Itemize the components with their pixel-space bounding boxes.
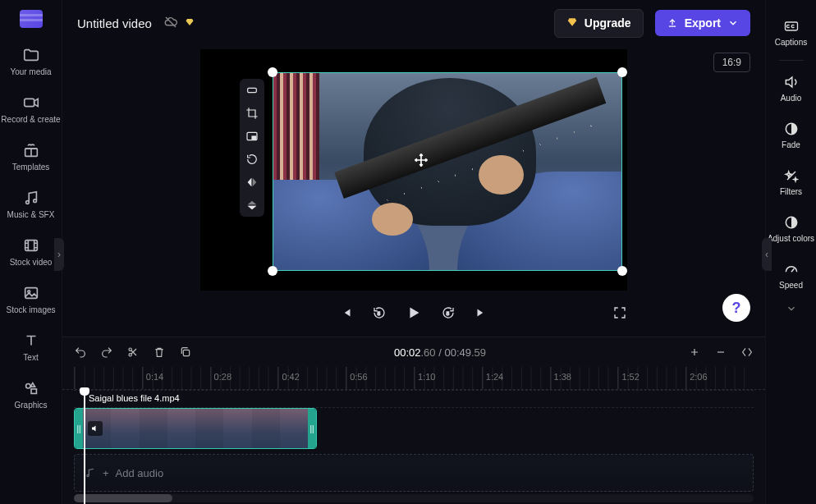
video-title[interactable]: Untitled video — [77, 16, 152, 30]
timeline-scrollbar[interactable] — [74, 494, 754, 502]
svg-rect-9 — [252, 136, 256, 139]
clip-transform-toolbar — [240, 79, 264, 217]
duplicate-button[interactable] — [179, 346, 192, 359]
clip-trim-right-handle[interactable]: || — [308, 409, 316, 448]
svg-rect-6 — [31, 389, 36, 394]
app-logo — [20, 10, 43, 28]
right-tab-captions[interactable]: Captions — [766, 10, 816, 55]
zoom-in-button[interactable] — [688, 346, 701, 359]
sidebar-item-label: Graphics — [14, 401, 47, 410]
export-label: Export — [685, 16, 721, 30]
selected-clip-frame[interactable] — [273, 72, 622, 271]
fit-icon[interactable] — [245, 84, 259, 97]
timeline-panel: 00:02.60 / 00:49.59 0:14 0:28 0:42 0:56 … — [62, 337, 765, 504]
svg-text:5: 5 — [447, 311, 450, 316]
delete-button[interactable] — [153, 346, 166, 359]
svg-point-5 — [25, 384, 30, 389]
redo-button[interactable] — [100, 346, 113, 359]
gauge-icon — [783, 261, 800, 277]
split-button[interactable] — [126, 346, 140, 359]
shapes-icon — [22, 379, 40, 397]
resize-handle-bottom-left[interactable] — [268, 266, 277, 276]
resize-handle-top-left[interactable] — [268, 67, 277, 77]
flip-vertical-icon[interactable] — [245, 199, 259, 212]
export-button[interactable]: Export — [655, 10, 750, 36]
skip-end-button[interactable] — [474, 305, 488, 323]
undo-button[interactable] — [74, 346, 87, 359]
upload-icon — [667, 17, 678, 29]
playback-controls: 5 5 — [200, 304, 627, 324]
sidebar-item-label: Record & create — [1, 115, 60, 125]
chevron-down-icon — [727, 17, 739, 29]
timeline-ruler[interactable]: 0:14 0:28 0:42 0:56 1:10 1:24 1:38 1:52 … — [62, 367, 765, 390]
playhead[interactable] — [84, 390, 85, 504]
resize-handle-bottom-right[interactable] — [617, 266, 627, 276]
fullscreen-button[interactable] — [612, 305, 627, 323]
sidebar-item-label: Templates — [12, 163, 50, 172]
sidebar-item-label: Text — [23, 353, 38, 363]
timeline-scroll-thumb[interactable] — [74, 494, 172, 502]
clip-filename-label: Saigal blues file 4.mp4 — [85, 392, 183, 404]
add-audio-label: Add audio — [116, 467, 164, 479]
skip-start-button[interactable] — [339, 305, 354, 323]
sidebar-item-stock-images[interactable]: Stock images — [0, 277, 62, 322]
timeline-tracks[interactable]: Saigal blues file 4.mp4 || || + Add audi… — [62, 390, 765, 494]
add-audio-track[interactable]: + Add audio — [74, 454, 754, 492]
preview-canvas[interactable] — [200, 49, 627, 291]
sidebar-item-stock-video[interactable]: Stock video — [0, 230, 62, 274]
topbar: Untitled video Upgrade Export — [62, 0, 765, 46]
right-tab-adjust-colors[interactable]: Adjust colors — [766, 206, 816, 251]
music-note-icon — [22, 189, 40, 207]
right-tab-audio[interactable]: Audio — [766, 66, 816, 111]
svg-rect-2 — [25, 241, 37, 251]
crop-icon[interactable] — [245, 107, 259, 120]
contrast-icon — [783, 214, 800, 231]
flip-horizontal-icon[interactable] — [245, 176, 259, 189]
sidebar-item-music-sfx[interactable]: Music & SFX — [0, 182, 62, 227]
sidebar-item-label: Your media — [10, 67, 51, 77]
play-button[interactable] — [405, 304, 423, 324]
sidebar-item-your-media[interactable]: Your media — [0, 39, 62, 84]
film-icon — [22, 236, 40, 254]
right-panel-collapse[interactable]: ‹ — [762, 238, 772, 271]
upgrade-button[interactable]: Upgrade — [554, 9, 644, 38]
cloud-offline-icon[interactable] — [163, 15, 178, 32]
right-tab-filters[interactable]: Filters — [766, 159, 816, 204]
svg-rect-7 — [248, 88, 257, 92]
rewind-5s-button[interactable]: 5 — [372, 305, 387, 323]
premium-diamond-icon — [185, 17, 195, 29]
rotate-icon[interactable] — [245, 153, 259, 166]
center-panel: Untitled video Upgrade Export 16:9 — [62, 0, 765, 504]
right-tab-label: Speed — [779, 281, 803, 290]
plus-icon: + — [103, 467, 109, 479]
sidebar-item-record-create[interactable]: Record & create — [0, 87, 62, 131]
sidebar-item-label: Stock video — [10, 258, 53, 268]
right-sidebar-more[interactable] — [766, 300, 816, 320]
sidebar-item-text[interactable]: Text — [0, 325, 62, 369]
video-clip[interactable]: || || — [74, 408, 317, 449]
sidebar-item-label: Stock images — [6, 305, 55, 315]
timeline-timecode: 00:02.60 / 00:49.59 — [205, 346, 675, 359]
right-tab-label: Captions — [775, 38, 807, 47]
speaker-icon — [783, 74, 800, 90]
svg-rect-14 — [183, 350, 189, 355]
sidebar-item-templates[interactable]: Templates — [0, 135, 62, 179]
fit-timeline-button[interactable] — [740, 346, 754, 359]
right-tab-fade[interactable]: Fade — [766, 112, 816, 158]
upgrade-label: Upgrade — [584, 16, 631, 30]
clip-trim-left-handle[interactable]: || — [75, 409, 83, 448]
sparkle-icon — [783, 167, 800, 184]
resize-handle-top-right[interactable] — [617, 67, 627, 77]
preview-area: 16:9 — [62, 46, 765, 337]
camera-record-icon — [22, 94, 40, 112]
zoom-out-button[interactable] — [714, 346, 727, 359]
clip-audio-icon[interactable] — [88, 421, 103, 436]
clip-thumbnails — [83, 409, 308, 448]
forward-5s-button[interactable]: 5 — [441, 305, 456, 323]
picture-in-picture-icon[interactable] — [245, 130, 259, 143]
svg-point-13 — [129, 354, 131, 356]
aspect-ratio-selector[interactable]: 16:9 — [713, 53, 750, 72]
sidebar-item-graphics[interactable]: Graphics — [0, 373, 62, 417]
help-button[interactable]: ? — [722, 294, 750, 322]
right-tab-speed[interactable]: Speed — [766, 253, 816, 298]
